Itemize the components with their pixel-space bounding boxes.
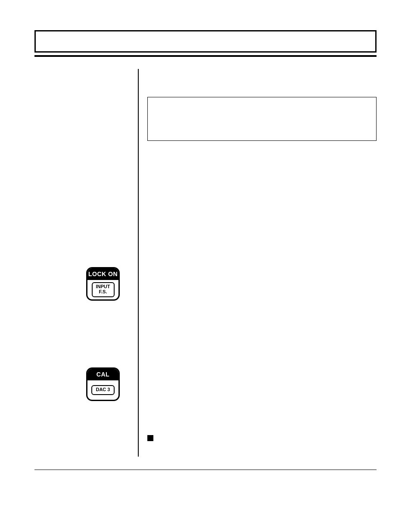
- two-column-layout: LOCK ON INPUT F.S. CAL DAC 3: [34, 69, 377, 457]
- thick-horizontal-rule: [34, 55, 377, 57]
- keycap-bottom-label: INPUT F.S.: [92, 282, 115, 297]
- bullet-square-icon: [147, 435, 153, 441]
- footer-rule: [34, 470, 377, 470]
- keycap-bottom-label: DAC 3: [91, 385, 114, 395]
- keycap-top-label: LOCK ON: [87, 268, 118, 280]
- callout-box: [147, 97, 377, 141]
- left-column: LOCK ON INPUT F.S. CAL DAC 3: [34, 69, 138, 457]
- lock-on-input-fs-key-icon: LOCK ON INPUT F.S.: [86, 267, 120, 301]
- title-bar: [34, 30, 377, 53]
- cal-dac3-key-icon: CAL DAC 3: [86, 367, 120, 401]
- right-column: [139, 69, 377, 457]
- keycap-bottom: INPUT F.S.: [87, 280, 118, 299]
- document-page: LOCK ON INPUT F.S. CAL DAC 3: [0, 0, 411, 532]
- keycap-bottom: DAC 3: [87, 380, 118, 400]
- keycap-top-label: CAL: [87, 369, 118, 380]
